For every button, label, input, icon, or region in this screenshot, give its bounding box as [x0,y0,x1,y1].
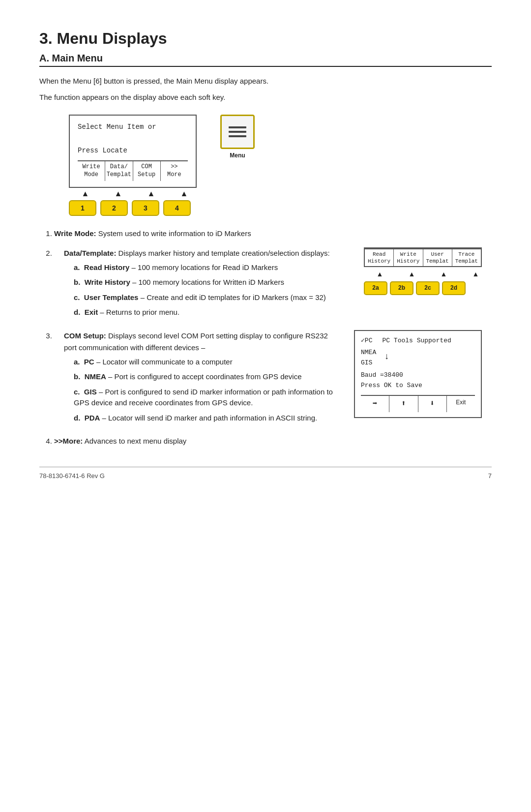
item3c-text: – Port is configured to send iD marker i… [74,388,333,407]
item1-text: System used to write information to iD M… [98,229,251,238]
item3b-text: – Port is configured to accept coordinat… [108,372,302,381]
data-template-softkeys: ReadHistory WriteHistory UserTemplat Tra… [365,248,481,267]
footer-left: 78-8130-6741-6 Rev G [39,472,105,480]
softkey-3: COMSetup [133,161,161,180]
list-item-4: >>More: Advances to next menu display [54,435,492,447]
com-options: NMEA GIS [361,348,376,368]
item2-right: ReadHistory WriteHistory UserTemplat Tra… [364,247,492,295]
com-baud: Baud =38400 [361,370,475,381]
item2a-label: a. Read History [74,263,129,271]
button-4[interactable]: 4 [163,200,191,216]
item3-left: COM Setup: Displays second level COM Por… [64,330,334,428]
menu-icon [220,115,255,149]
menu-icon-line-3 [229,135,246,137]
com-label-pc: PC Tools Supported [382,336,451,346]
dt-buttons: 2a 2b 2c 2d [364,281,492,295]
dt-arrow-3: ▲ [428,269,460,279]
main-menu-buttons: 1 2 3 4 [69,200,201,216]
item3d-text: – Locator will send iD marker and path i… [102,414,318,422]
menu-icon-lines [229,126,246,137]
arrow-4: ▲ [168,189,201,198]
com-display-top: ✓PC PC Tools Supported [361,336,475,346]
data-template-display-box: ReadHistory WriteHistory UserTemplat Tra… [364,247,482,268]
main-list: Write Mode: System used to write informa… [54,228,492,448]
menu-display-line3: Press Locate [78,145,188,157]
menu-icon-label: Menu [230,152,245,159]
dt-softkey-4: TraceTemplat [452,249,481,267]
com-arrow: ↓ [384,348,389,368]
item3-right: ✓PC PC Tools Supported NMEA GIS ↓ Baud =… [354,330,492,419]
dt-button-2a[interactable]: 2a [364,281,387,295]
item2-label: Data/Template: [64,249,116,257]
item3-sub-list: a. PC – Locator will communicate to a co… [74,357,334,424]
com-setup-row: COM Setup: Displays second level COM Por… [64,330,492,428]
softkey-2: Data/Templat [105,161,133,180]
item2a: a. Read History – 100 memory locations f… [74,262,344,273]
softkey-1: WriteMode [78,161,105,180]
item2c-text: – Create and edit iD templates for iD Ma… [141,293,326,301]
item2-text: Displays marker history and template cre… [118,249,330,257]
item2c: c. User Templates – Create and edit iD t… [74,292,344,303]
item2d-label: d. Exit [74,308,98,316]
list-item-3: COM Setup: Displays second level COM Por… [54,330,492,428]
dt-button-2d[interactable]: 2d [442,281,466,295]
dt-arrow-2: ▲ [396,269,428,279]
dt-arrow-4: ▲ [460,269,492,279]
arrow-3: ▲ [135,189,168,198]
main-menu-diagram: Select Menu Item or Press Locate WriteMo… [69,115,492,216]
com-softkey-exit: Exit [447,396,475,413]
item2b-label: b. Write History [74,278,130,286]
dt-softkey-3: UserTemplat [423,249,452,267]
item4-label: >>More: [54,437,83,445]
item3d: d. PDA – Locator will send iD marker and… [74,413,334,424]
button-3[interactable]: 3 [132,200,159,216]
com-softkey-arrow-down: ⬇ [418,396,447,413]
dt-softkey-2: WriteHistory [394,249,423,267]
dt-button-2b[interactable]: 2b [390,281,413,295]
item3a: a. PC – Locator will communicate to a co… [74,357,334,368]
item4-text: Advances to next menu display [85,437,187,445]
item3c-label: c. GIS [74,388,97,396]
menu-icon-container: Menu [220,115,255,159]
softkey-4: >>More [161,161,188,180]
dt-button-2c[interactable]: 2c [416,281,440,295]
com-checkbox-pc: ✓PC [361,336,372,346]
com-option-gis: GIS [361,358,376,368]
button-1[interactable]: 1 [69,200,96,216]
item2-left: Data/Template: Displays marker history a… [64,247,344,322]
menu-icon-line-1 [229,126,246,128]
list-item-2: Data/Template: Displays marker history a… [54,247,492,322]
menu-icon-line-2 [229,131,246,133]
item2c-label: c. User Templates [74,293,138,301]
item3c: c. GIS – Port is configured to send iD m… [74,387,334,409]
item3a-label: a. PC [74,358,94,366]
arrow-1: ▲ [69,189,102,198]
dt-arrow-1: ▲ [364,269,396,279]
data-template-row: Data/Template: Displays marker history a… [64,247,492,322]
item2d-text: – Returns to prior menu. [100,308,179,316]
button-2[interactable]: 2 [100,200,128,216]
item1-label: Write Mode: [54,229,96,238]
footer-right: 7 [488,472,492,480]
arrow-2: ▲ [102,189,135,198]
item3a-text: – Locator will communicate to a computer [96,358,233,366]
list-item-1: Write Mode: System used to write informa… [54,228,492,240]
com-press-ok: Press OK to Save [361,381,475,391]
com-display-box: ✓PC PC Tools Supported NMEA GIS ↓ Baud =… [354,330,482,419]
com-softkey-row: ➡ ⬆ ⬇ Exit [361,395,475,413]
main-menu-display-box: Select Menu Item or Press Locate WriteMo… [69,115,197,188]
item2a-text: – 100 memory locations for Read iD Marke… [132,263,278,271]
item3b: b. NMEA – Port is configured to accept c… [74,371,334,383]
com-softkey-arrow-right: ➡ [361,396,389,413]
com-softkey-arrow-up: ⬆ [389,396,418,413]
item2b: b. Write History – 100 memory locations … [74,277,344,288]
section-title: A. Main Menu [39,53,492,67]
main-menu-softkeys: WriteMode Data/Templat COMSetup >>More [78,160,188,180]
footer: 78-8130-6741-6 Rev G 7 [39,467,492,480]
dt-softkey-1: ReadHistory [365,249,394,267]
item3-label: COM Setup: [64,331,106,340]
item2-sub-list: a. Read History – 100 memory locations f… [74,262,344,318]
intro-paragraph-2: The function appears on the display abov… [39,92,492,103]
menu-display-line1: Select Menu Item or [78,121,188,133]
intro-paragraph-1: When the Menu [6] button is pressed, the… [39,76,492,87]
